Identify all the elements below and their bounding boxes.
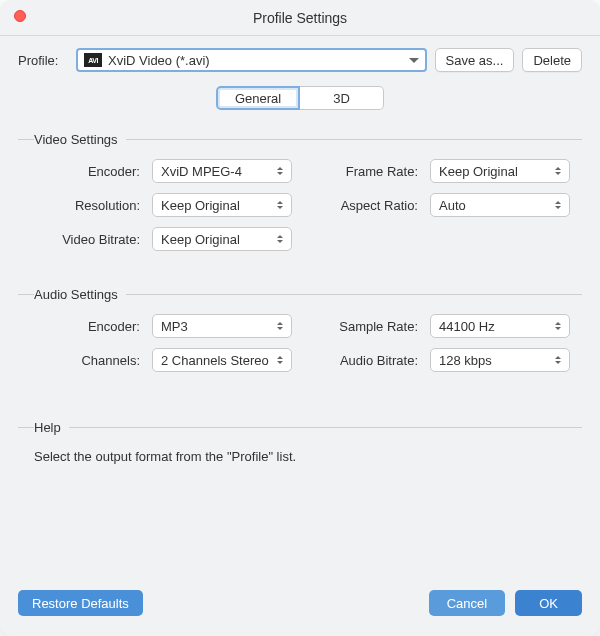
close-window-button[interactable] (14, 10, 26, 22)
audio-encoder-dropdown[interactable]: MP3 (152, 314, 292, 338)
chevron-updown-icon (275, 353, 285, 367)
tab-general[interactable]: General (216, 86, 300, 110)
ok-button[interactable]: OK (515, 590, 582, 616)
sample-rate-dropdown[interactable]: 44100 Hz (430, 314, 570, 338)
chevron-down-icon (409, 58, 419, 63)
channels-label: Channels: (18, 353, 148, 368)
chevron-updown-icon (275, 319, 285, 333)
video-bitrate-label: Video Bitrate: (18, 232, 148, 247)
frame-rate-label: Frame Rate: (296, 164, 426, 179)
profile-dropdown[interactable]: AVI XviD Video (*.avi) (76, 48, 427, 72)
aspect-ratio-label: Aspect Ratio: (296, 198, 426, 213)
video-settings-legend: Video Settings (34, 132, 126, 147)
help-legend: Help (34, 420, 69, 435)
restore-defaults-button[interactable]: Restore Defaults (18, 590, 143, 616)
help-group: Help Select the output format from the "… (18, 420, 582, 472)
audio-bitrate-dropdown[interactable]: 128 kbps (430, 348, 570, 372)
video-encoder-label: Encoder: (18, 164, 148, 179)
chevron-updown-icon (553, 164, 563, 178)
profile-settings-window: Profile Settings Profile: AVI XviD Video… (0, 0, 600, 636)
audio-bitrate-label: Audio Bitrate: (296, 353, 426, 368)
save-as-button[interactable]: Save as... (435, 48, 515, 72)
video-bitrate-dropdown[interactable]: Keep Original (152, 227, 292, 251)
video-encoder-dropdown[interactable]: XviD MPEG-4 (152, 159, 292, 183)
titlebar: Profile Settings (0, 0, 600, 36)
profile-label: Profile: (18, 53, 68, 68)
tab-3d[interactable]: 3D (300, 86, 384, 110)
chevron-updown-icon (275, 232, 285, 246)
audio-settings-group: Audio Settings Encoder: MP3 Sample Rate:… (18, 287, 582, 380)
chevron-updown-icon (553, 353, 563, 367)
chevron-updown-icon (275, 164, 285, 178)
chevron-updown-icon (275, 198, 285, 212)
channels-dropdown[interactable]: 2 Channels Stereo (152, 348, 292, 372)
cancel-button[interactable]: Cancel (429, 590, 505, 616)
aspect-ratio-dropdown[interactable]: Auto (430, 193, 570, 217)
tab-group: General 3D (18, 86, 582, 110)
window-title: Profile Settings (253, 10, 347, 26)
window-controls (14, 10, 26, 22)
audio-encoder-label: Encoder: (18, 319, 148, 334)
profile-selected-value: XviD Video (*.avi) (108, 53, 405, 68)
resolution-dropdown[interactable]: Keep Original (152, 193, 292, 217)
profile-row: Profile: AVI XviD Video (*.avi) Save as.… (18, 48, 582, 72)
resolution-label: Resolution: (18, 198, 148, 213)
chevron-updown-icon (553, 198, 563, 212)
sample-rate-label: Sample Rate: (296, 319, 426, 334)
footer: Restore Defaults Cancel OK (0, 590, 600, 636)
help-text: Select the output format from the "Profi… (18, 447, 582, 464)
content-area: Profile: AVI XviD Video (*.avi) Save as.… (0, 36, 600, 590)
avi-icon: AVI (84, 53, 102, 67)
chevron-updown-icon (553, 319, 563, 333)
audio-settings-legend: Audio Settings (34, 287, 126, 302)
delete-button[interactable]: Delete (522, 48, 582, 72)
frame-rate-dropdown[interactable]: Keep Original (430, 159, 570, 183)
video-settings-group: Video Settings Encoder: XviD MPEG-4 Fram… (18, 132, 582, 259)
